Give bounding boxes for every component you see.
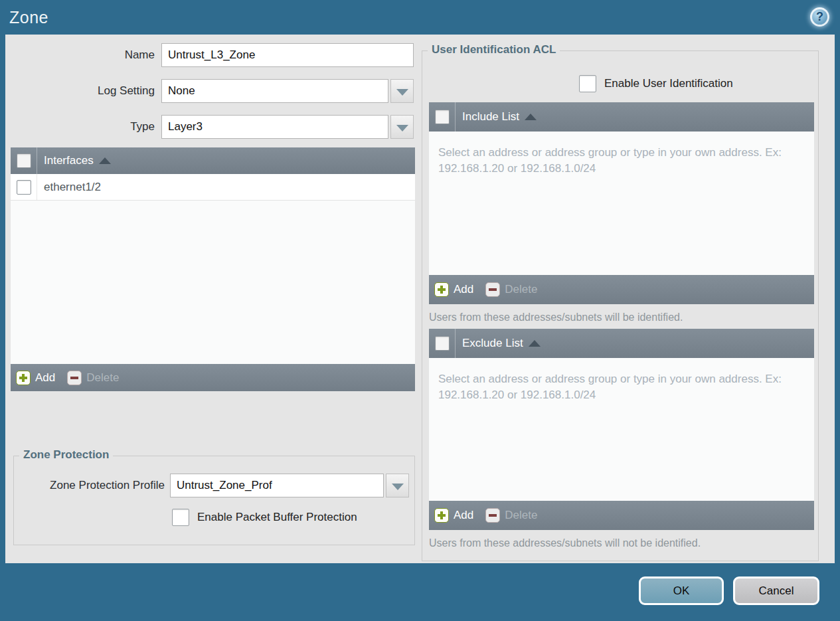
include-list-header-label: Include List: [462, 110, 519, 124]
zone-protection-profile-label: Zone Protection Profile: [14, 474, 165, 497]
sort-asc-icon[interactable]: [529, 340, 541, 347]
log-setting-label: Log Setting: [5, 79, 155, 103]
include-list-caption: Users from these addresses/subnets will …: [429, 311, 683, 323]
type-dropdown-button[interactable]: [390, 115, 414, 139]
zone-protection-profile-input[interactable]: [170, 474, 384, 497]
include-select-all-checkbox[interactable]: [435, 110, 450, 124]
interfaces-table: Interfaces ethernet1/2 Add Delete: [11, 147, 415, 391]
zone-protection-legend: Zone Protection: [19, 448, 113, 462]
user-identification-fieldset: User Identification ACL Enable User Iden…: [422, 50, 819, 561]
interface-name: ethernet1/2: [44, 181, 101, 194]
dialog-content: Name Log Setting Type Interfaces etherne…: [5, 35, 835, 563]
include-list-placeholder: Select an address or address group or ty…: [438, 145, 797, 177]
add-button-label: Add: [454, 283, 473, 296]
packet-buffer-checkbox[interactable]: [172, 509, 189, 526]
exclude-list-header-label: Exclude List: [462, 337, 523, 350]
delete-button-label: Delete: [505, 509, 537, 522]
exclude-list-body[interactable]: Select an address or address group or ty…: [429, 358, 814, 502]
interfaces-header[interactable]: Interfaces: [11, 147, 415, 174]
dialog-titlebar: Zone ?: [0, 0, 840, 35]
interfaces-select-all-cell: [11, 147, 37, 174]
log-setting-input[interactable]: [161, 79, 388, 103]
exclude-select-all-cell: [429, 329, 456, 358]
exclude-list-header[interactable]: Exclude List: [429, 329, 814, 358]
plus-icon: [434, 508, 449, 523]
include-delete-button[interactable]: Delete: [485, 282, 537, 297]
interface-checkbox[interactable]: [17, 180, 31, 195]
exclude-list-caption: Users from these addresses/subnets will …: [429, 537, 701, 549]
cancel-button[interactable]: Cancel: [733, 577, 819, 605]
exclude-list-footer: Add Delete: [429, 501, 814, 530]
zone-protection-fieldset: Zone Protection Zone Protection Profile …: [13, 456, 415, 545]
plus-icon: [16, 371, 31, 385]
interfaces-header-label: Interfaces: [44, 154, 94, 167]
minus-icon: [67, 371, 82, 385]
packet-buffer-label: Enable Packet Buffer Protection: [197, 509, 357, 526]
type-input[interactable]: [161, 115, 388, 139]
delete-button-label: Delete: [86, 371, 119, 385]
minus-icon: [485, 282, 500, 297]
interface-row[interactable]: ethernet1/2: [11, 174, 415, 201]
add-button-label: Add: [35, 371, 55, 385]
include-list-body[interactable]: Select an address or address group or ty…: [429, 132, 814, 276]
chevron-down-icon: [396, 125, 408, 132]
interface-checkbox-cell: [11, 174, 37, 200]
include-list-footer: Add Delete: [429, 275, 814, 304]
ok-button[interactable]: OK: [639, 577, 724, 605]
minus-icon: [485, 508, 500, 523]
exclude-list-table: Exclude List Select an address or addres…: [429, 329, 814, 530]
name-input[interactable]: [161, 43, 414, 67]
include-list-header[interactable]: Include List: [429, 102, 814, 132]
include-select-all-cell: [429, 102, 456, 132]
exclude-delete-button[interactable]: Delete: [485, 508, 537, 523]
zone-protection-profile-dropdown-button[interactable]: [386, 474, 409, 497]
sort-asc-icon[interactable]: [525, 114, 537, 120]
plus-icon: [434, 282, 449, 297]
dialog-title: Zone: [9, 8, 48, 27]
interfaces-footer: Add Delete: [11, 364, 415, 391]
name-label: Name: [5, 43, 155, 67]
include-list-table: Include List Select an address or addres…: [429, 102, 814, 304]
help-icon[interactable]: ?: [810, 7, 829, 27]
enable-user-identification-checkbox[interactable]: [579, 75, 596, 92]
exclude-list-placeholder: Select an address or address group or ty…: [438, 371, 797, 403]
user-identification-legend: User Identification ACL: [428, 43, 560, 56]
type-label: Type: [5, 115, 155, 139]
interfaces-add-button[interactable]: Add: [16, 371, 55, 385]
include-add-button[interactable]: Add: [434, 282, 473, 297]
exclude-select-all-checkbox[interactable]: [435, 336, 450, 351]
interfaces-select-all-checkbox[interactable]: [17, 153, 31, 168]
exclude-add-button[interactable]: Add: [434, 508, 473, 523]
delete-button-label: Delete: [505, 283, 537, 296]
enable-user-identification-label: Enable User Identification: [604, 75, 733, 92]
log-setting-dropdown-button[interactable]: [390, 79, 414, 103]
interfaces-delete-button[interactable]: Delete: [67, 371, 119, 385]
chevron-down-icon: [392, 484, 404, 490]
add-button-label: Add: [454, 509, 473, 522]
sort-asc-icon[interactable]: [99, 157, 111, 164]
chevron-down-icon: [396, 89, 408, 96]
